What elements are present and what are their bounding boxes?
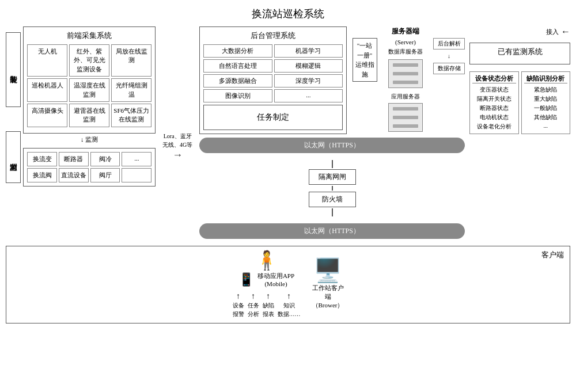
existing-box: 已有监测系统 bbox=[469, 43, 570, 64]
phone-icon: 📱 bbox=[238, 272, 254, 287]
device-camera: 高清摄像头 bbox=[27, 104, 67, 127]
monitor-dc: 直流设备 bbox=[59, 168, 89, 182]
isolation-gateway: 隔离网闸 bbox=[309, 169, 356, 185]
data-storage-label: 数据存储 bbox=[433, 63, 465, 74]
device-uav: 无人机 bbox=[27, 44, 67, 77]
device-ir: 红外、紫外、可见光监测设备 bbox=[69, 44, 109, 77]
monitor-arrow: ↓ 监测 bbox=[23, 135, 156, 144]
label-knowledge: 知识 bbox=[283, 302, 295, 310]
status-item-3: 电动机状态 bbox=[472, 113, 516, 122]
label-analysis: 分析 bbox=[248, 310, 259, 318]
monitor-ellipsis: ... bbox=[122, 152, 151, 166]
fault-item-1: 重大缺陷 bbox=[524, 94, 568, 104]
workstation-label: 工作站客户 端 （Brower） bbox=[312, 284, 344, 310]
intro-label: 接入 bbox=[546, 28, 559, 36]
line-between bbox=[332, 186, 333, 191]
algo-image: 图像识别 bbox=[203, 89, 272, 102]
label-alarm: 报警 bbox=[233, 310, 244, 318]
device-fiber: 光纤绳组测温 bbox=[111, 78, 151, 102]
monitor-hall: 阀厅 bbox=[90, 168, 120, 182]
status-item-2: 断路器状态 bbox=[472, 104, 516, 113]
algo-ml: 机器学习 bbox=[274, 44, 343, 58]
task-box: 任务制定 bbox=[203, 105, 343, 130]
fault-item-0: 紧急缺陷 bbox=[524, 85, 568, 94]
arrow-right-icon: → bbox=[172, 149, 183, 161]
db-server-label: 数据库服务器 bbox=[382, 48, 429, 56]
monitor-hualiu: 换流变 bbox=[27, 152, 57, 166]
monitor-grid: 换流变 断路器 阀冷 ... 换流阀 直流设备 阀厅 bbox=[27, 152, 151, 182]
ethernet-bottom-bar: 以太网（HTTPS） bbox=[199, 223, 465, 239]
arrow-up-2: ↑ bbox=[251, 292, 255, 301]
fault-item-3: 其他缺陷 bbox=[524, 113, 568, 122]
line-below-firewall bbox=[332, 208, 333, 216]
device-lightning: 避雷器在线监测 bbox=[69, 104, 109, 127]
db-server-icon bbox=[388, 59, 423, 88]
algo-fuzzy: 模糊逻辑 bbox=[274, 59, 343, 73]
page-title: 换流站巡检系统 bbox=[0, 0, 576, 25]
device-robot: 巡检机器人 bbox=[27, 78, 67, 102]
smart-device-label: 智能装备 bbox=[6, 32, 21, 107]
label-data: 数据…… bbox=[278, 310, 301, 318]
arrow-up-3: ↑ bbox=[266, 292, 270, 301]
algo-bigdata: 大数据分析 bbox=[203, 44, 272, 58]
client-inner: 🧍 📱 移动应用APP (Mobile) ↑ 设备 报警 ↑ 任务 bbox=[11, 251, 565, 318]
arrow-up-1: ↑ bbox=[236, 292, 240, 301]
firewall: 防火墙 bbox=[309, 192, 356, 207]
label-report: 报表 bbox=[263, 310, 274, 318]
front-end-title: 前端采集系统 bbox=[27, 31, 151, 41]
algo-nlp: 自然语言处理 bbox=[203, 59, 272, 73]
status-item-4: 设备老化分析 bbox=[472, 122, 516, 131]
app-server-label: 应用服务器 bbox=[382, 93, 429, 101]
arrow-left-icon: ← bbox=[561, 26, 570, 37]
monitor-box: 换流变 断路器 阀冷 ... 换流阀 直流设备 阀厅 bbox=[23, 148, 156, 187]
existing-title: 已有监测系统 bbox=[473, 47, 566, 57]
monitor-valve-cool: 阀冷 bbox=[90, 152, 120, 166]
status-analysis-col: 设备状态分析 变压器状态 隔离开关状态 断路器状态 电动机状态 设备老化分析 bbox=[469, 71, 519, 134]
label-task: 任务 bbox=[248, 302, 259, 310]
computer-icon: 🖥️ bbox=[313, 257, 342, 284]
ops-label: "一站一册"运维指施 bbox=[353, 38, 377, 82]
algo-fusion: 多源数据融合 bbox=[203, 74, 272, 87]
person-figure: 🧍 bbox=[255, 251, 278, 269]
algo-ellipsis: ... bbox=[274, 89, 343, 102]
status-item-1: 隔离开关状态 bbox=[472, 94, 516, 104]
backend-analysis-label: 后台解析 bbox=[433, 38, 465, 50]
fault-analysis-col: 缺陷识别分析 紧急缺陷 重大缺陷 一般缺陷 其他缺陷 ... bbox=[521, 71, 571, 134]
client-title: 客户端 bbox=[541, 250, 564, 260]
lora-label: Lora、蓝牙无线、4G等 bbox=[162, 132, 192, 149]
algo-deep: 深度学习 bbox=[274, 74, 343, 87]
status-analysis-title: 设备状态分析 bbox=[472, 74, 516, 83]
analysis-grid: 设备状态分析 变压器状态 隔离开关状态 断路器状态 电动机状态 设备老化分析 缺… bbox=[469, 71, 570, 134]
client-box: 客户端 🧍 📱 移动应用APP (Mobile) ↑ 设备 报警 bbox=[6, 246, 570, 324]
monitor-target-label: 监测对象 bbox=[6, 131, 21, 183]
monitor-empty bbox=[122, 168, 151, 182]
server-title: 服务器端 bbox=[382, 26, 429, 36]
monitor-hualiu2: 换流阀 bbox=[27, 168, 57, 182]
front-end-box: 前端采集系统 无人机 红外、紫外、可见光监测设备 局放在线监测 巡检机器人 温湿… bbox=[23, 26, 156, 134]
device-partial: 局放在线监测 bbox=[111, 44, 151, 77]
backend-title: 后台管理系统 bbox=[203, 31, 343, 41]
workstation-section: 🖥️ 工作站客户 端 （Brower） bbox=[312, 257, 344, 310]
device-temp: 温湿度在线监测 bbox=[69, 78, 109, 102]
monitor-circuit: 断路器 bbox=[59, 152, 89, 166]
line-above-gateway bbox=[332, 160, 333, 168]
server-subtitle: (Server) bbox=[382, 39, 429, 45]
arrow-down-1: ↓ bbox=[433, 53, 465, 59]
device-grid: 无人机 红外、紫外、可见光监测设备 局放在线监测 巡检机器人 温湿度在线监测 光… bbox=[27, 44, 151, 127]
fault-item-4: ... bbox=[524, 122, 568, 130]
label-fault: 缺陷 bbox=[263, 302, 274, 310]
mobile-app-label: 移动应用APP (Mobile) bbox=[257, 272, 294, 287]
arrow-up-4: ↑ bbox=[287, 292, 291, 301]
backend-box: 后台管理系统 大数据分析 机器学习 自然语言处理 模糊逻辑 多源数据融合 深度学… bbox=[199, 26, 347, 134]
right-section: 接入 ← 已有监测系统 设备状态分析 变压器状态 隔离开关状态 断路器状态 电动… bbox=[469, 26, 570, 243]
bottom-section: 客户端 🧍 📱 移动应用APP (Mobile) ↑ 设备 报警 bbox=[0, 246, 576, 324]
device-sf6: SF6气体压力在线监测 bbox=[111, 104, 151, 127]
label-device: 设备 bbox=[233, 302, 244, 310]
status-item-0: 变压器状态 bbox=[472, 85, 516, 94]
app-server-icon bbox=[388, 103, 423, 132]
ethernet-top-bar: 以太网（HTTPS） bbox=[199, 138, 465, 153]
fault-analysis-title: 缺陷识别分析 bbox=[524, 74, 568, 83]
fault-item-2: 一般缺陷 bbox=[524, 104, 568, 113]
algo-grid: 大数据分析 机器学习 自然语言处理 模糊逻辑 多源数据融合 深度学习 图像识别 … bbox=[203, 44, 343, 102]
